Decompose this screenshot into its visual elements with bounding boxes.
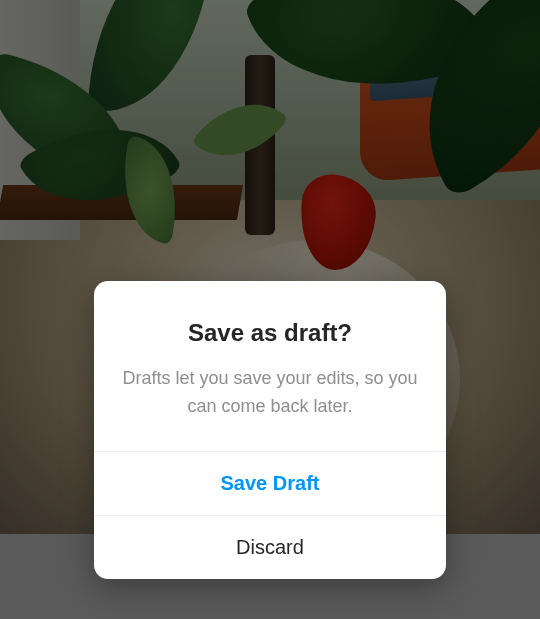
dialog-message: Drafts let you save your edits, so you c… [120,365,420,421]
dialog-title: Save as draft? [120,319,420,347]
discard-button[interactable]: Discard [94,516,446,579]
save-draft-button[interactable]: Save Draft [94,452,446,516]
dialog-actions: Save Draft Discard [94,451,446,579]
dialog-body: Save as draft? Drafts let you save your … [94,281,446,451]
save-draft-dialog: Save as draft? Drafts let you save your … [94,281,446,579]
